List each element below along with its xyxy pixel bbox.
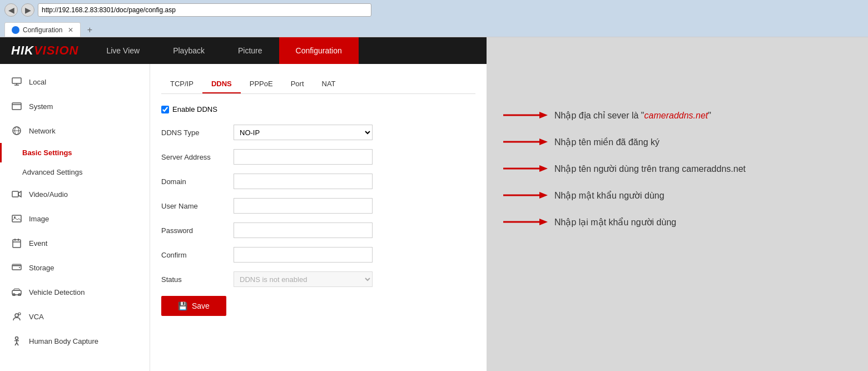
label-ddns-type: DDNS Type <box>161 128 228 137</box>
form-row-confirm: Confirm <box>161 247 475 263</box>
sidebar-item-network[interactable]: Network <box>0 118 150 143</box>
human-icon <box>11 335 22 347</box>
svg-rect-8 <box>12 191 18 197</box>
nav-picture[interactable]: Picture <box>221 37 279 64</box>
logo-hik: HIK <box>11 43 34 57</box>
label-username: User Name <box>161 202 228 210</box>
ddns-type-select[interactable]: NO-IP DynDNS HiDDNS <box>234 125 373 140</box>
arrow-1 <box>503 110 548 121</box>
arrow-4 <box>503 190 548 201</box>
system-icon <box>11 101 22 112</box>
label-domain: Domain <box>161 177 228 186</box>
vehicle-icon <box>11 286 22 298</box>
label-status: Status <box>161 275 228 284</box>
nav-playback[interactable]: Playback <box>156 37 221 64</box>
sidebar-item-storage[interactable]: Storage <box>0 255 150 280</box>
new-tab-button[interactable]: + <box>83 23 96 37</box>
label-server-address: Server Address <box>161 153 228 161</box>
svg-point-11 <box>14 216 16 218</box>
annotation-text-5: Nhập lại mật khẩu người dùng <box>554 217 676 227</box>
tab-bar: TCP/IP DDNS PPPoE Port NAT <box>161 75 475 94</box>
back-button[interactable]: ◀ <box>4 3 18 17</box>
form-row-password: Password <box>161 222 475 238</box>
annotation-text-4: Nhập mật khẩu người dùng <box>554 190 664 201</box>
sidebar-item-vca[interactable]: VCA <box>0 304 150 329</box>
svg-marker-37 <box>539 192 548 199</box>
svg-point-25 <box>16 337 18 340</box>
form-row-server-address: Server Address <box>161 149 475 165</box>
server-address-input[interactable] <box>234 149 373 165</box>
monitor-icon <box>11 76 22 87</box>
video-icon <box>11 189 22 200</box>
label-password: Password <box>161 226 228 235</box>
save-button[interactable]: 💾 Save <box>161 296 226 316</box>
network-icon <box>11 125 22 136</box>
tab-tcpip[interactable]: TCP/IP <box>161 75 202 93</box>
form-row-domain: Domain <box>161 174 475 189</box>
tab-nat[interactable]: NAT <box>313 75 345 93</box>
sidebar-label-system: System <box>29 102 53 111</box>
svg-rect-0 <box>12 78 21 83</box>
sidebar-item-image[interactable]: Image <box>0 206 150 231</box>
tab-favicon <box>12 26 19 34</box>
tab-pppoe[interactable]: PPPoE <box>241 75 282 93</box>
password-input[interactable] <box>234 222 373 238</box>
content-layout: Local System Network <box>0 64 487 371</box>
sidebar-label-storage: Storage <box>29 264 54 272</box>
sidebar-label-image: Image <box>29 215 49 223</box>
domain-input[interactable] <box>234 174 373 189</box>
enable-ddns-checkbox[interactable] <box>161 106 169 113</box>
annotation-text-2: Nhập tên miền đã đăng ký <box>554 137 659 147</box>
svg-line-28 <box>15 343 17 345</box>
top-nav: HIKVISION Live View Playback Picture Con… <box>0 37 487 64</box>
sidebar-label-video-audio: Video/Audio <box>29 190 68 199</box>
sidebar-label-event: Event <box>29 239 47 248</box>
arrow-5 <box>503 216 548 227</box>
annotation-text-3: Nhập tên người dùng trên trang cameraddn… <box>554 164 746 174</box>
vca-icon <box>11 311 22 322</box>
sidebar-item-human-body-capture[interactable]: Human Body Capture <box>0 329 150 353</box>
annotation-row-2: Nhập tên miền đã đăng ký <box>503 136 851 147</box>
sidebar: Local System Network <box>0 64 150 371</box>
sidebar-sub-item-basic-settings[interactable]: Basic Settings <box>0 143 150 162</box>
svg-marker-39 <box>539 219 548 225</box>
confirm-input[interactable] <box>234 247 373 263</box>
sidebar-label-local: Local <box>29 78 46 86</box>
username-input[interactable] <box>234 198 373 214</box>
svg-point-18 <box>19 267 20 268</box>
annotation-row-3: Nhập tên người dùng trên trang cameraddn… <box>503 163 851 174</box>
enable-ddns-row: Enable DDNS <box>161 105 475 113</box>
sidebar-item-event[interactable]: Event <box>0 231 150 255</box>
sidebar-sub-item-advanced-settings[interactable]: Advanced Settings <box>0 162 150 182</box>
annotation-text-1: Nhập địa chỉ sever là "cameraddns.net" <box>554 110 711 121</box>
tab-close-button[interactable]: ✕ <box>68 26 73 34</box>
sidebar-label-vehicle-detection: Vehicle Detection <box>29 288 85 296</box>
sidebar-item-video-audio[interactable]: Video/Audio <box>0 182 150 206</box>
address-bar[interactable] <box>38 3 371 17</box>
svg-rect-3 <box>12 103 21 110</box>
browser-tab[interactable]: Configuration ✕ <box>4 22 81 37</box>
annotation-row-4: Nhập mật khẩu người dùng <box>503 190 851 201</box>
tab-ddns[interactable]: DDNS <box>202 75 241 93</box>
svg-marker-31 <box>539 112 548 118</box>
image-icon <box>11 213 22 224</box>
forward-button[interactable]: ▶ <box>21 3 34 17</box>
sidebar-label-basic-settings: Basic Settings <box>22 149 72 157</box>
enable-ddns-label: Enable DDNS <box>172 105 217 113</box>
tab-port[interactable]: Port <box>282 75 313 93</box>
nav-live-view[interactable]: Live View <box>90 37 156 64</box>
sidebar-item-local[interactable]: Local <box>0 70 150 94</box>
nav-items: Live View Playback Picture Configuration <box>90 37 358 64</box>
sidebar-item-vehicle-detection[interactable]: Vehicle Detection <box>0 280 150 304</box>
sidebar-item-system[interactable]: System <box>0 94 150 118</box>
logo-vision: VISION <box>34 43 79 57</box>
storage-icon <box>11 262 22 273</box>
svg-marker-35 <box>539 165 548 172</box>
arrow-2 <box>503 136 548 147</box>
svg-marker-20 <box>13 289 20 290</box>
annotation-area: Nhập địa chỉ sever là "cameraddns.net" N… <box>487 37 868 371</box>
svg-point-24 <box>18 313 21 315</box>
nav-configuration[interactable]: Configuration <box>279 37 359 64</box>
sidebar-label-human-body-capture: Human Body Capture <box>29 337 98 345</box>
svg-line-29 <box>17 343 18 345</box>
